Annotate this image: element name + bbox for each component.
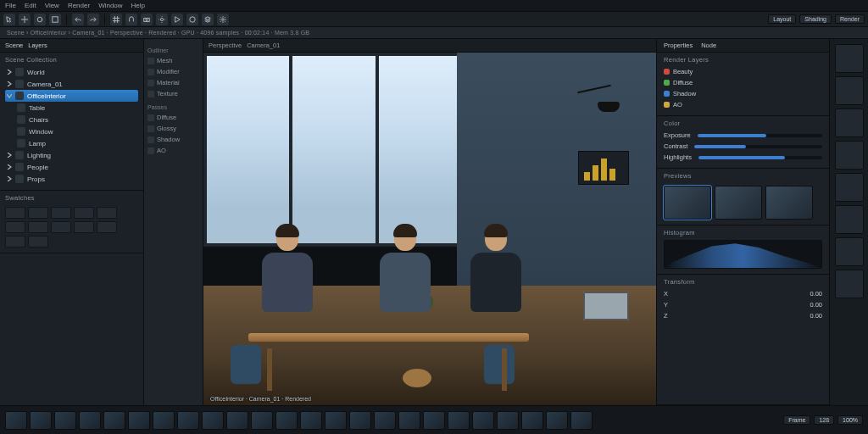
swatch-cell[interactable] xyxy=(74,221,94,233)
app-menu-help[interactable]: Help xyxy=(131,2,145,9)
rotate-tool-icon[interactable] xyxy=(34,14,46,25)
tree-row-camera[interactable]: Camera_01 xyxy=(5,78,138,90)
redo-icon[interactable] xyxy=(87,14,99,25)
asset-thumb[interactable] xyxy=(521,411,543,430)
outline-row[interactable]: Shadow xyxy=(147,134,199,145)
asset-thumb[interactable] xyxy=(128,411,150,430)
asset-thumb[interactable] xyxy=(423,411,445,430)
highlights-slider[interactable] xyxy=(698,156,822,159)
preview-thumb[interactable] xyxy=(715,186,762,220)
panel-preset-tile[interactable] xyxy=(835,76,864,105)
swatch-cell[interactable] xyxy=(97,221,117,233)
swatch-cell[interactable] xyxy=(28,236,48,248)
app-menu-view[interactable]: View xyxy=(45,2,59,9)
asset-thumb[interactable] xyxy=(374,411,396,430)
swatch-cell[interactable] xyxy=(51,221,71,233)
tree-row-props[interactable]: Props xyxy=(5,173,138,185)
layer-row[interactable]: AO xyxy=(664,99,822,110)
swatch-cell[interactable] xyxy=(74,207,94,219)
transform-row[interactable]: X0.00 xyxy=(664,288,822,299)
contrast-slider[interactable] xyxy=(694,145,822,148)
asset-thumb[interactable] xyxy=(79,411,101,430)
workspace-tab-render[interactable]: Render xyxy=(835,14,865,24)
app-menu-window[interactable]: Window xyxy=(98,2,122,9)
asset-thumb[interactable] xyxy=(30,411,52,430)
swatch-cell[interactable] xyxy=(97,207,117,219)
move-tool-icon[interactable] xyxy=(19,14,31,25)
asset-thumb[interactable] xyxy=(5,411,27,430)
asset-thumb[interactable] xyxy=(448,411,470,430)
panel-preset-tile[interactable] xyxy=(835,108,864,137)
workspace-tab-shading[interactable]: Shading xyxy=(799,14,832,24)
layer-row[interactable]: Shadow xyxy=(664,88,822,99)
tree-row-world[interactable]: World xyxy=(5,66,138,78)
panel-preset-tile[interactable] xyxy=(835,141,864,170)
asset-thumb[interactable] xyxy=(349,411,371,430)
asset-thumb[interactable] xyxy=(103,411,125,430)
asset-thumb[interactable] xyxy=(497,411,519,430)
layer-row[interactable]: Diffuse xyxy=(664,77,822,88)
asset-thumb[interactable] xyxy=(472,411,494,430)
swatch-cell[interactable] xyxy=(5,207,25,219)
right-tab-properties[interactable]: Properties xyxy=(664,42,693,49)
preview-thumb[interactable] xyxy=(765,186,813,220)
right-tab-node[interactable]: Node xyxy=(701,42,716,49)
swatch-cell[interactable] xyxy=(28,221,48,233)
left-tab-layers[interactable]: Layers xyxy=(28,42,47,49)
viewport-tab-perspective[interactable]: Perspective xyxy=(209,42,242,49)
workspace-tab-layout[interactable]: Layout xyxy=(768,14,796,24)
asset-thumb[interactable] xyxy=(546,411,568,430)
swatch-cell[interactable] xyxy=(5,221,25,233)
material-icon[interactable] xyxy=(186,14,198,25)
transform-row[interactable]: Y0.00 xyxy=(664,299,822,310)
undo-icon[interactable] xyxy=(72,14,84,25)
asset-thumb[interactable] xyxy=(226,411,248,430)
camera-icon[interactable] xyxy=(141,14,153,25)
select-tool-icon[interactable] xyxy=(3,14,15,25)
transform-row[interactable]: Z0.00 xyxy=(664,310,822,321)
panel-preset-tile[interactable] xyxy=(835,270,864,298)
asset-thumb[interactable] xyxy=(570,411,593,430)
render-icon[interactable] xyxy=(171,14,183,25)
asset-thumb[interactable] xyxy=(153,411,175,430)
exposure-slider[interactable] xyxy=(698,134,822,137)
swatch-cell[interactable] xyxy=(51,207,71,219)
panel-preset-tile[interactable] xyxy=(835,205,864,234)
swatch-cell[interactable] xyxy=(28,207,48,219)
panel-preset-tile[interactable] xyxy=(835,237,864,266)
panel-preset-tile[interactable] xyxy=(835,173,864,202)
outline-row[interactable]: Glossy xyxy=(147,123,199,134)
tree-row-lighting[interactable]: Lighting xyxy=(5,149,138,161)
outline-row[interactable]: AO xyxy=(147,145,199,156)
asset-thumb[interactable] xyxy=(325,411,347,430)
swatch-cell[interactable] xyxy=(5,236,25,248)
grid-icon[interactable] xyxy=(110,14,122,25)
asset-thumb[interactable] xyxy=(177,411,199,430)
left-tab-scene[interactable]: Scene xyxy=(5,42,23,49)
asset-thumb[interactable] xyxy=(251,411,273,430)
tree-row-office[interactable]: OfficeInterior xyxy=(5,90,138,102)
slider-row[interactable]: Contrast xyxy=(664,141,822,152)
app-menu-file[interactable]: File xyxy=(5,2,16,9)
tree-row-table[interactable]: Table xyxy=(15,102,138,114)
app-menu-edit[interactable]: Edit xyxy=(25,2,36,9)
layers-icon[interactable] xyxy=(202,14,214,25)
asset-thumb[interactable] xyxy=(300,411,322,430)
layer-row[interactable]: Beauty xyxy=(664,66,822,77)
outline-row[interactable]: Material xyxy=(147,77,199,88)
tree-row-window[interactable]: Window xyxy=(15,125,138,137)
outline-row[interactable]: Mesh xyxy=(147,55,199,66)
scale-tool-icon[interactable] xyxy=(49,14,61,25)
zoom-value[interactable]: 100% xyxy=(837,415,863,425)
frame-value[interactable]: 128 xyxy=(814,415,834,425)
render-viewport[interactable]: OfficeInterior · Camera_01 · Rendered xyxy=(203,53,656,405)
outline-row[interactable]: Texture xyxy=(147,88,199,99)
tree-row-chairs[interactable]: Chairs xyxy=(15,114,138,125)
outline-row[interactable]: Modifier xyxy=(147,66,199,77)
viewport-tab-camera[interactable]: Camera_01 xyxy=(247,42,280,49)
asset-thumb[interactable] xyxy=(54,411,76,430)
preview-thumb[interactable] xyxy=(664,186,711,220)
panel-preset-tile[interactable] xyxy=(835,44,864,73)
outline-row[interactable]: Diffuse xyxy=(147,112,199,123)
asset-thumb[interactable] xyxy=(398,411,420,430)
